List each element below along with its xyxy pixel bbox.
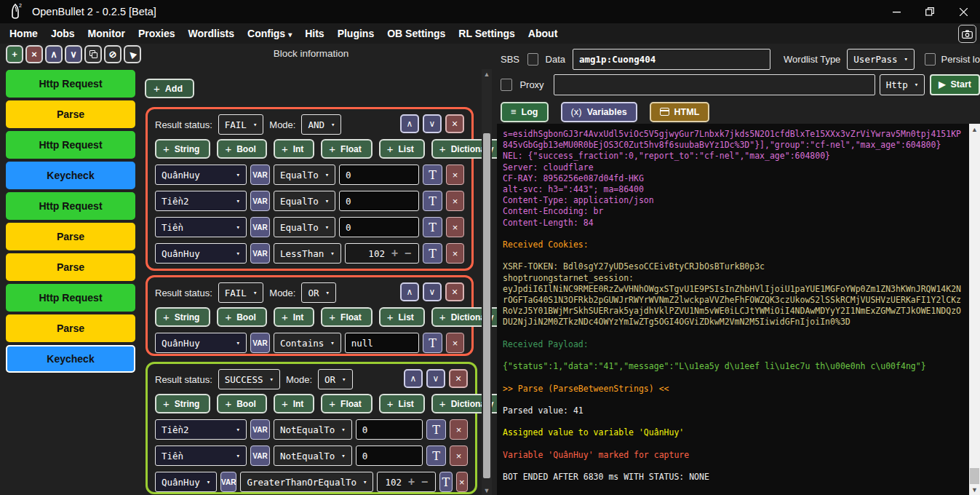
mode-select[interactable]: OR▾ <box>301 282 335 303</box>
variable-select[interactable]: Tiền2▾ <box>155 419 247 440</box>
panel-scrollbar[interactable]: ▲ ▼ <box>482 69 492 495</box>
debugger-log[interactable]: s=esidhSgbonGJ3r4AvxUdl5viOc5V5gjwyGur7L… <box>497 124 969 495</box>
move-group-up-button[interactable]: ∧ <box>404 369 423 388</box>
proxy-checkbox[interactable] <box>501 79 512 91</box>
delete-block-button[interactable]: × <box>25 45 43 63</box>
scroll-up-icon[interactable]: ▲ <box>969 124 980 135</box>
delete-condition-button[interactable]: × <box>446 165 464 185</box>
proxy-input[interactable] <box>554 74 875 95</box>
menu-item-hits[interactable]: Hits <box>298 28 330 39</box>
comparer-select[interactable]: EqualTo▾ <box>274 217 335 237</box>
result-status-select[interactable]: FAIL▾ <box>218 282 264 303</box>
decrement-icon[interactable]: − <box>405 247 411 260</box>
delete-condition-button[interactable]: × <box>450 446 468 466</box>
delete-condition-button[interactable]: × <box>446 243 464 264</box>
comparison-value-input[interactable]: 0 <box>339 165 419 185</box>
menu-item-wordlists[interactable]: Wordlists <box>182 28 242 39</box>
restore-button[interactable] <box>913 0 947 23</box>
add-float-key-button[interactable]: +Float <box>321 394 372 413</box>
variable-select[interactable]: QuânHuy▾ <box>155 243 247 264</box>
tab-variables[interactable]: (x)Variables <box>561 102 637 122</box>
var-type-badge[interactable]: VAR <box>250 191 270 211</box>
add-int-key-button[interactable]: +Int <box>274 139 314 159</box>
delete-condition-button[interactable]: × <box>450 419 468 440</box>
proxy-type-select[interactable]: Http ▾ <box>880 74 925 95</box>
interpolation-toggle-button[interactable]: T <box>423 243 442 264</box>
move-group-down-button[interactable]: ∨ <box>423 114 442 133</box>
move-group-up-button[interactable]: ∧ <box>400 114 419 133</box>
interpolation-toggle-button[interactable]: T <box>426 446 446 466</box>
comparison-value-input[interactable]: 0 <box>339 191 419 211</box>
comparison-value-input[interactable]: 0 <box>356 419 423 440</box>
add-bool-key-button[interactable]: +Bool <box>217 394 266 413</box>
wordlist-type-select[interactable]: UserPass ▾ <box>847 49 915 70</box>
interpolation-toggle-button[interactable]: T <box>423 165 442 185</box>
comparison-value-input[interactable]: 0 <box>356 446 423 466</box>
move-group-down-button[interactable]: ∨ <box>423 282 442 301</box>
start-button[interactable]: ▶ Start <box>930 74 980 95</box>
comparison-value-input[interactable]: null <box>345 333 419 353</box>
comparer-select[interactable]: LessThan▾ <box>274 243 341 264</box>
comparer-select[interactable]: NotEqualTo▾ <box>274 419 352 440</box>
disable-block-button[interactable]: ⊘ <box>104 45 121 63</box>
add-dictionary-key-button[interactable]: +Dictionary <box>431 394 504 413</box>
stack-block-parse[interactable]: Parse <box>6 223 135 250</box>
increment-icon[interactable]: + <box>391 247 398 260</box>
add-string-key-button[interactable]: +String <box>155 394 210 413</box>
comparer-select[interactable]: Contains▾ <box>274 333 341 353</box>
add-int-key-button[interactable]: +Int <box>274 307 314 327</box>
decrement-icon[interactable]: − <box>421 475 428 488</box>
add-string-key-button[interactable]: +String <box>155 307 210 327</box>
stack-block-keycheck[interactable]: Keycheck <box>6 345 135 373</box>
scroll-down-icon[interactable]: ▼ <box>969 484 980 495</box>
menu-item-rl-settings[interactable]: RL Settings <box>452 28 522 39</box>
var-type-badge[interactable]: VAR <box>220 472 236 492</box>
var-type-badge[interactable]: VAR <box>250 333 270 353</box>
add-list-key-button[interactable]: +List <box>379 394 425 413</box>
undo-button[interactable]: ◀ <box>124 45 141 63</box>
screenshot-button[interactable] <box>958 25 976 43</box>
add-bool-key-button[interactable]: +Bool <box>217 139 266 159</box>
add-dictionary-key-button[interactable]: +Dictionary <box>431 139 504 159</box>
add-int-key-button[interactable]: +Int <box>274 394 314 413</box>
close-window-button[interactable] <box>947 0 980 23</box>
move-block-up-button[interactable]: ∧ <box>45 45 63 63</box>
variable-select[interactable]: Tiền2▾ <box>155 191 247 211</box>
clone-block-button[interactable] <box>84 45 102 63</box>
delete-group-button[interactable]: × <box>445 282 464 301</box>
interpolation-toggle-button[interactable]: T <box>426 419 446 440</box>
stack-block-parse[interactable]: Parse <box>6 314 135 342</box>
scrollbar-thumb[interactable] <box>483 133 490 478</box>
move-block-down-button[interactable]: ∨ <box>65 45 82 63</box>
delete-condition-button[interactable]: × <box>446 217 464 237</box>
scrollbar-thumb[interactable] <box>970 468 979 484</box>
result-status-select[interactable]: FAIL▾ <box>218 114 264 135</box>
menu-item-about[interactable]: About <box>522 28 564 39</box>
comparer-select[interactable]: NotEqualTo▾ <box>274 446 352 466</box>
stack-block-http-request[interactable]: Http Request <box>6 192 135 220</box>
var-type-badge[interactable]: VAR <box>250 446 270 466</box>
minimize-button[interactable] <box>880 0 913 23</box>
variable-select[interactable]: Tiền▾ <box>155 217 247 237</box>
stack-block-parse[interactable]: Parse <box>6 100 135 128</box>
sbs-checkbox[interactable] <box>527 53 538 66</box>
delete-condition-button[interactable]: × <box>446 191 464 211</box>
add-dictionary-key-button[interactable]: +Dictionary <box>431 307 504 327</box>
variable-select[interactable]: Tiền▾ <box>155 446 247 466</box>
menu-item-monitor[interactable]: Monitor <box>81 28 132 39</box>
interpolation-toggle-button[interactable]: T <box>423 217 442 237</box>
add-keychain-button[interactable]: + Add <box>145 79 194 98</box>
interpolation-toggle-button[interactable]: T <box>439 472 453 492</box>
comparison-value-input[interactable]: 0 <box>339 217 419 237</box>
add-bool-key-button[interactable]: +Bool <box>217 307 266 327</box>
menu-item-ob-settings[interactable]: OB Settings <box>381 28 452 39</box>
scroll-down-icon[interactable]: ▼ <box>482 486 492 495</box>
add-list-key-button[interactable]: +List <box>379 307 425 327</box>
comparer-select[interactable]: EqualTo▾ <box>274 165 335 185</box>
var-type-badge[interactable]: VAR <box>250 243 270 264</box>
menu-item-jobs[interactable]: Jobs <box>44 28 81 39</box>
comparison-value-input[interactable]: 102+− <box>345 243 419 264</box>
delete-condition-button[interactable]: × <box>456 472 468 492</box>
stack-block-keycheck[interactable]: Keycheck <box>6 162 135 189</box>
variable-select[interactable]: QuânHuy▾ <box>155 472 217 492</box>
